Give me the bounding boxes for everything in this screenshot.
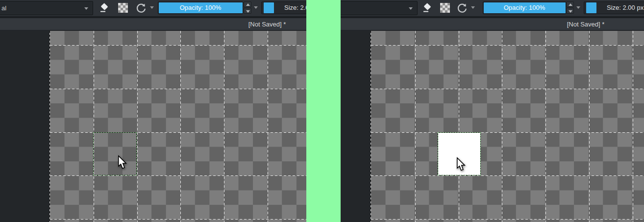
reload-icon[interactable] [456,2,468,14]
size-slider-label: Size: 2.00 px [584,2,644,14]
reload-options-caret-icon[interactable] [150,6,154,9]
opacity-options-caret-icon[interactable] [576,6,580,9]
reload-options-caret-icon[interactable] [471,6,475,9]
document-tab-bar: [Not Saved] * [341,18,644,30]
blend-mode-combobox[interactable] [341,1,418,15]
guide-line-vertical [224,31,224,222]
document-tab-not-saved[interactable]: [Not Saved] * [546,18,625,30]
editor-window-left: al Opacity: 100% [0,0,306,222]
guide-line-vertical [415,31,416,222]
spinner-down-icon[interactable] [244,8,251,14]
diff-highlight-bar [306,0,341,222]
opacity-options-caret-icon[interactable] [254,6,258,9]
canvas-right[interactable] [371,31,644,222]
guide-line-vertical [459,31,459,222]
opacity-slider-label: Opacity: 100% [158,2,243,14]
guide-line-vertical [633,31,633,222]
checkerboard-icon[interactable] [439,2,451,14]
opacity-spinner [244,1,251,14]
mouse-cursor [456,157,466,172]
chevron-down-icon [409,7,413,10]
opacity-spinner [566,1,574,14]
guide-line-vertical [502,31,502,222]
opacity-slider[interactable]: Opacity: 100% [483,1,566,14]
tool-options-toolbar: Opacity: 100% Size: 2.00 px [341,0,644,16]
guide-line-horizontal [371,45,644,46]
size-slider-label: Size: 2.00 px [262,2,306,14]
guide-line-horizontal [371,132,644,133]
opacity-slider-label: Opacity: 100% [483,2,566,14]
guide-line-vertical [137,31,138,222]
guide-line-vertical [545,31,546,222]
tool-options-toolbar: al Opacity: 100% [0,0,306,16]
editor-window-right: Opacity: 100% Size: 2.00 px [Not Saved] … [341,0,644,222]
canvas-left[interactable] [50,31,306,222]
eraser-icon[interactable] [421,2,433,14]
guide-line-vertical [589,31,590,222]
guide-line-vertical [268,31,268,222]
blend-mode-value: al [1,1,6,15]
blend-mode-combobox[interactable]: al [0,1,93,15]
spinner-down-icon[interactable] [566,8,574,14]
document-tab-not-saved[interactable]: [Not Saved] * [228,18,306,30]
spinner-up-icon[interactable] [244,1,251,7]
document-tab-bar: [Not Saved] * [0,18,306,30]
spinner-up-icon[interactable] [566,1,574,7]
chevron-down-icon [84,7,88,10]
layer-boundary-left [50,31,50,222]
guide-line-horizontal [371,175,644,176]
size-slider[interactable]: Size: 2.00 px [261,1,306,14]
diff-stage: al Opacity: 100% [0,0,644,222]
selection-marching-ants [93,132,137,175]
guide-line-vertical [94,31,94,222]
eraser-icon[interactable] [99,2,110,14]
checkerboard-icon[interactable] [117,2,129,14]
opacity-slider[interactable]: Opacity: 100% [158,1,243,14]
mouse-cursor [118,155,127,170]
guide-line-vertical [180,31,181,222]
guide-line-horizontal [371,219,644,220]
guide-line-horizontal [371,89,644,89]
size-slider[interactable]: Size: 2.00 px [584,1,644,14]
reload-icon[interactable] [135,2,147,14]
layer-boundary-right [371,31,371,222]
